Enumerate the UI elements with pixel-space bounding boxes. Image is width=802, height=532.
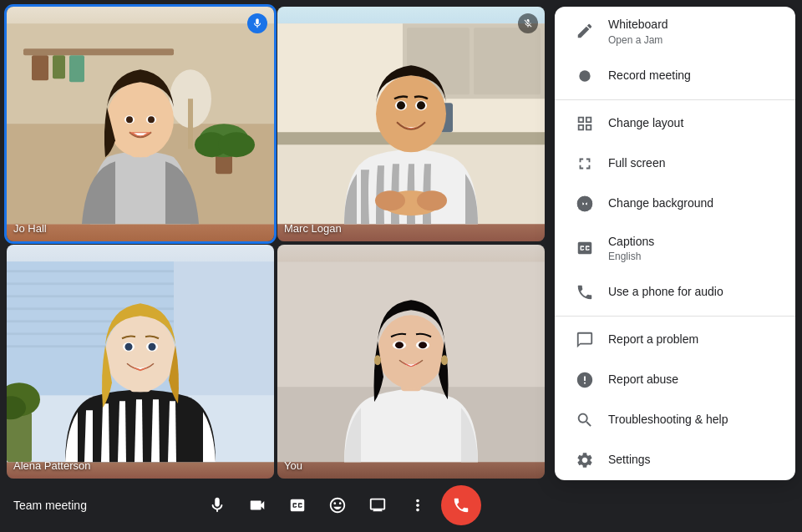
video-tile-alena: Alena Patterson — [7, 245, 274, 479]
svg-point-65 — [582, 198, 587, 203]
svg-rect-38 — [7, 270, 174, 272]
video-feed-alena — [7, 245, 274, 479]
svg-point-27 — [376, 75, 446, 152]
svg-rect-22 — [474, 28, 541, 94]
svg-rect-4 — [53, 55, 65, 79]
report-problem-label: Report a problem — [608, 332, 698, 348]
video-tile-you: You — [277, 245, 545, 479]
menu-item-background[interactable]: Change background — [555, 184, 795, 224]
video-tile-marc: Marc Logan — [277, 7, 545, 241]
svg-point-29 — [397, 101, 405, 109]
whiteboard-icon — [571, 22, 598, 40]
layout-label: Change layout — [608, 115, 683, 132]
bottom-bar: Team meeting — [0, 479, 551, 532]
participant-label-marc: Marc Logan — [284, 222, 342, 235]
divider-2 — [555, 316, 795, 317]
mic-off-indicator-marc — [518, 13, 538, 33]
svg-point-63 — [419, 342, 427, 348]
menu-item-captions[interactable]: Captions English — [555, 224, 795, 273]
phone-audio-label: Use a phone for audio — [608, 284, 723, 301]
whiteboard-sublabel: Open a Jam — [608, 34, 668, 46]
troubleshooting-icon — [571, 411, 598, 429]
svg-rect-3 — [32, 55, 48, 80]
svg-point-64 — [579, 70, 590, 81]
participant-label-alena: Alena Patterson — [13, 459, 91, 472]
video-grid: Jo Hall — [0, 0, 551, 479]
more-options-button[interactable] — [401, 489, 434, 522]
svg-point-11 — [218, 132, 255, 157]
participant-label-jo: Jo Hall — [13, 222, 47, 235]
svg-point-58 — [374, 355, 381, 365]
svg-point-59 — [441, 355, 448, 365]
settings-label: Settings — [608, 452, 651, 469]
mic-button[interactable] — [200, 489, 234, 522]
participant-label-you: You — [284, 459, 302, 472]
phone-audio-icon — [571, 283, 598, 301]
end-call-button[interactable] — [441, 485, 481, 525]
report-problem-icon — [571, 331, 598, 349]
record-label: Record meeting — [608, 68, 691, 84]
svg-point-15 — [126, 116, 133, 123]
svg-rect-2 — [23, 48, 174, 55]
record-icon — [571, 68, 598, 84]
video-tile-jo: Jo Hall — [7, 7, 274, 241]
layout-icon — [571, 114, 598, 133]
svg-point-61 — [395, 342, 404, 348]
background-icon — [571, 195, 598, 213]
report-abuse-label: Report abuse — [608, 372, 678, 388]
captions-button[interactable] — [281, 489, 314, 522]
context-menu: Whiteboard Open a Jam Record meeting — [555, 7, 795, 480]
menu-item-whiteboard[interactable]: Whiteboard Open a Jam — [555, 7, 795, 56]
svg-rect-5 — [69, 55, 84, 82]
active-speaker-indicator-jo — [247, 13, 267, 33]
svg-rect-40 — [7, 295, 174, 297]
divider-1 — [555, 99, 795, 100]
menu-item-layout[interactable]: Change layout — [555, 104, 795, 144]
video-feed-you — [277, 245, 545, 479]
svg-point-13 — [107, 82, 174, 157]
svg-point-33 — [375, 190, 405, 210]
menu-item-phone-audio[interactable]: Use a phone for audio — [555, 272, 795, 312]
svg-point-51 — [125, 342, 133, 350]
menu-item-report-abuse[interactable]: Report abuse — [555, 360, 795, 400]
captions-label: Captions — [608, 234, 654, 251]
fullscreen-label: Full screen — [608, 155, 665, 172]
present-button[interactable] — [361, 489, 394, 522]
camera-button[interactable] — [241, 489, 274, 522]
captions-menu-icon — [571, 239, 598, 257]
svg-rect-7 — [188, 99, 193, 149]
menu-item-report-problem[interactable]: Report a problem — [555, 320, 795, 360]
fullscreen-icon — [571, 155, 598, 173]
settings-icon — [571, 451, 598, 469]
troubleshooting-label: Troubleshooting & help — [608, 412, 728, 428]
svg-point-34 — [417, 190, 447, 210]
svg-rect-45 — [7, 412, 32, 462]
svg-point-57 — [378, 315, 444, 388]
controls-group — [200, 485, 481, 525]
menu-item-record[interactable]: Record meeting — [555, 56, 795, 96]
menu-item-settings[interactable]: Settings — [555, 440, 795, 480]
meeting-title: Team meeting — [13, 499, 87, 512]
video-feed-marc — [277, 7, 545, 241]
video-feed-jo — [7, 7, 274, 241]
svg-point-49 — [105, 315, 175, 392]
meeting-container: Jo Hall — [0, 0, 802, 532]
captions-sublabel: English — [608, 251, 654, 262]
menu-item-troubleshooting[interactable]: Troubleshooting & help — [555, 400, 795, 440]
svg-point-31 — [417, 101, 425, 109]
emoji-button[interactable] — [321, 489, 354, 522]
svg-point-17 — [148, 116, 155, 123]
svg-rect-39 — [7, 282, 174, 285]
menu-item-fullscreen[interactable]: Full screen — [555, 144, 795, 184]
background-label: Change background — [608, 195, 713, 212]
svg-point-53 — [149, 342, 156, 350]
report-abuse-icon — [571, 371, 598, 389]
whiteboard-label: Whiteboard — [608, 17, 668, 33]
